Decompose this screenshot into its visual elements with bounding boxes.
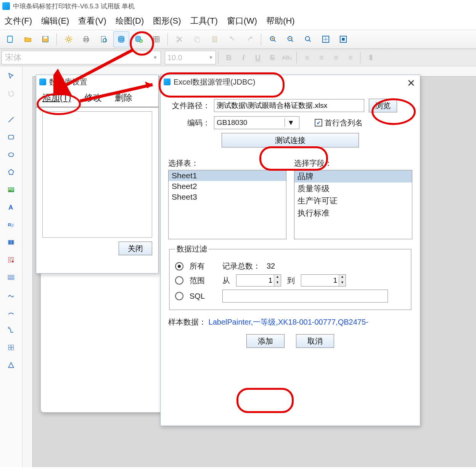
align-left-icon[interactable]: ≡: [300, 51, 314, 64]
menu-view[interactable]: 查看(V): [78, 15, 106, 27]
db-tab-add[interactable]: 添加(T): [40, 89, 73, 107]
radio-all[interactable]: [175, 262, 183, 271]
grid-tool-icon[interactable]: [3, 339, 19, 356]
menu-bar: 文件(F) 编辑(E) 查看(V) 绘图(D) 图形(S) 工具(T) 窗口(W…: [0, 12, 476, 30]
rect-tool-icon[interactable]: [3, 129, 19, 146]
menu-file[interactable]: 文件(F): [5, 15, 32, 27]
select-field-label: 选择字段：: [294, 158, 412, 168]
cut-icon[interactable]: [172, 31, 188, 47]
menu-help[interactable]: 帮助(H): [266, 15, 295, 27]
print-icon[interactable]: [78, 31, 94, 47]
italic-icon[interactable]: I: [236, 51, 251, 64]
fit-page-icon[interactable]: [335, 31, 351, 47]
preview-icon[interactable]: [96, 31, 112, 47]
font-family-select[interactable]: 宋体▼: [2, 51, 161, 64]
cancel-button[interactable]: 取消: [296, 334, 334, 348]
zoom-100-icon[interactable]: [300, 31, 316, 47]
superscript-icon[interactable]: ABc: [280, 51, 294, 64]
svg-rect-17: [213, 37, 217, 42]
menu-window[interactable]: 窗口(W): [227, 15, 257, 27]
save-icon[interactable]: [37, 31, 53, 47]
table-row[interactable]: Sheet3: [169, 192, 286, 202]
ruler-vertical: [23, 76, 33, 467]
text-tool-icon[interactable]: A: [3, 199, 19, 216]
image-tool-icon[interactable]: [3, 181, 19, 198]
count-label: 记录总数：: [222, 261, 261, 271]
menu-edit[interactable]: 编辑(E): [41, 15, 69, 27]
bold-icon[interactable]: B: [222, 51, 236, 64]
line-tool-icon[interactable]: [3, 111, 19, 128]
svg-rect-31: [12, 257, 14, 259]
table-tool-icon[interactable]: [3, 269, 19, 286]
strike-icon[interactable]: S: [265, 51, 280, 64]
menu-shape[interactable]: 图形(S): [153, 15, 181, 27]
sql-input[interactable]: [222, 290, 388, 303]
field-row[interactable]: 质量等级: [294, 183, 412, 195]
undo-icon[interactable]: [224, 31, 240, 47]
copy-icon[interactable]: [189, 31, 205, 47]
ellipse-tool-icon[interactable]: [3, 146, 19, 163]
close-icon[interactable]: ✕: [407, 77, 415, 89]
svg-rect-2: [43, 37, 47, 39]
header-row-checkbox[interactable]: 首行含列名: [315, 118, 363, 128]
path-tool-icon[interactable]: [3, 322, 19, 338]
table-listbox[interactable]: Sheet1 Sheet2 Sheet3: [168, 170, 286, 239]
path-input[interactable]: [214, 99, 364, 112]
table-row[interactable]: Sheet2: [169, 181, 286, 192]
zoom-in-icon[interactable]: [265, 31, 281, 47]
barcode-tool-icon[interactable]: [3, 234, 19, 251]
table-row[interactable]: Sheet1: [169, 170, 286, 181]
curve-tool-icon[interactable]: [3, 287, 19, 303]
browse-button[interactable]: 浏览: [369, 99, 397, 112]
from-spinner[interactable]: ▲▼: [236, 274, 281, 287]
test-connection-button[interactable]: 测试连接: [222, 133, 359, 147]
grid-icon[interactable]: [148, 31, 164, 47]
new-doc-icon[interactable]: [2, 31, 18, 47]
underline-icon[interactable]: U: [251, 51, 265, 64]
add-button[interactable]: 添加: [246, 334, 285, 348]
database-icon[interactable]: [113, 31, 129, 47]
db-dialog-title: 数据库设置: [36, 75, 158, 89]
triangle-tool-icon[interactable]: [3, 357, 19, 373]
fit-icon[interactable]: [318, 31, 334, 47]
field-row[interactable]: 执行标准: [294, 207, 412, 219]
svg-point-27: [9, 189, 10, 190]
radio-sql[interactable]: [175, 292, 183, 300]
align-right-icon[interactable]: ≡: [329, 51, 343, 64]
field-listbox[interactable]: 品牌 质量等级 生产许可证 执行标准: [294, 170, 412, 239]
field-row[interactable]: 生产许可证: [294, 195, 412, 207]
db-list[interactable]: [42, 111, 152, 238]
db-tab-modify[interactable]: 修改: [82, 89, 104, 107]
field-row[interactable]: 品牌: [294, 170, 412, 183]
polygon-tool-icon[interactable]: [3, 164, 19, 181]
gear-icon[interactable]: [61, 31, 77, 47]
font-size-select[interactable]: 10.0▼: [165, 51, 216, 64]
redo-icon[interactable]: [242, 31, 258, 47]
open-folder-icon[interactable]: [20, 31, 36, 47]
filter-fieldset: 数据过滤 所有 记录总数： 32 范围 从 ▲▼ 到 ▲▼ SQL: [169, 244, 412, 310]
svg-rect-39: [11, 348, 14, 350]
database-add-icon[interactable]: [131, 31, 147, 47]
zoom-out-icon[interactable]: [283, 31, 299, 47]
align-justify-icon[interactable]: ≡: [343, 51, 358, 64]
arc-tool-icon[interactable]: [3, 304, 19, 321]
db-tab-delete[interactable]: 删除: [113, 89, 135, 107]
menu-draw[interactable]: 绘图(D): [116, 15, 144, 27]
qrcode-tool-icon[interactable]: [3, 251, 19, 268]
to-spinner[interactable]: ▲▼: [301, 274, 346, 287]
db-close-button[interactable]: 关闭: [119, 242, 152, 255]
rotate-tool-icon[interactable]: [3, 85, 19, 102]
encoding-select[interactable]: GB18030▼: [214, 116, 299, 129]
svg-rect-33: [12, 261, 14, 263]
main-toolbar: [0, 30, 476, 49]
paste-icon[interactable]: [207, 31, 223, 47]
svg-rect-38: [8, 348, 11, 350]
spacing-icon[interactable]: ⬍: [363, 51, 378, 64]
select-tool-icon[interactable]: [3, 68, 19, 85]
menu-tool[interactable]: 工具(T): [190, 15, 218, 27]
align-center-icon[interactable]: ≡: [314, 51, 329, 64]
richtext-tool-icon[interactable]: R: [3, 216, 19, 233]
db-dialog-icon: [39, 78, 46, 85]
svg-rect-30: [8, 257, 10, 259]
radio-range[interactable]: [175, 276, 183, 285]
